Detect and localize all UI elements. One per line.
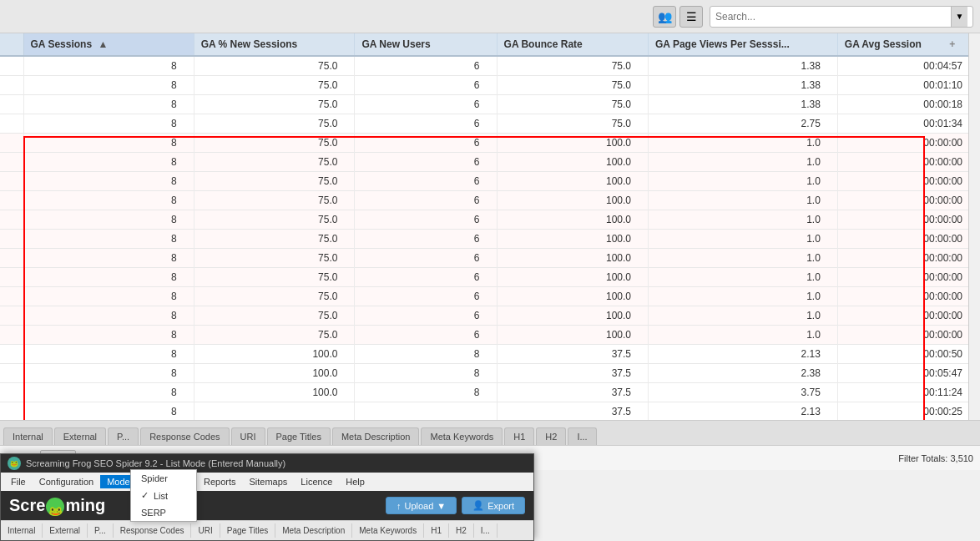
table-cell: 37.5	[497, 383, 648, 402]
table-cell	[0, 402, 23, 421]
sf-tab[interactable]: Meta Description	[275, 523, 352, 538]
table-container: GA Sessions ▲ GA % New Sessions GA New U…	[0, 33, 980, 420]
table-row: 875.0675.02.7500:01:34	[0, 114, 980, 134]
mode-dropdown-item-serp[interactable]: SERP	[131, 504, 196, 521]
col-row-indicator[interactable]	[0, 33, 23, 56]
table-cell: 1.0	[649, 287, 838, 306]
sf-menu-item-help[interactable]: Help	[339, 475, 371, 488]
list-icon-btn[interactable]: ☰	[679, 6, 703, 28]
bottom-tab[interactable]: I...	[568, 427, 596, 445]
table-cell: 100.0	[497, 172, 648, 191]
search-input[interactable]	[715, 11, 951, 23]
table-cell: 2.13	[649, 402, 838, 421]
sort-arrow-icon: ▲	[98, 38, 108, 50]
sf-menu-item-sitemaps[interactable]: Sitemaps	[242, 475, 294, 488]
sf-menu-item-reports[interactable]: Reports	[197, 475, 243, 488]
table-cell: 75.0	[194, 172, 355, 191]
col-ga-pageviews[interactable]: GA Page Views Per Sesssi...	[649, 33, 838, 56]
mode-dropdown-item-list[interactable]: List	[131, 487, 196, 504]
bottom-tab[interactable]: P...	[108, 427, 139, 445]
table-row: 875.06100.01.000:00:00	[0, 134, 980, 153]
col-ga-pct-new[interactable]: GA % New Sessions	[194, 33, 355, 56]
col-ga-avg[interactable]: GA Avg Session +	[837, 33, 979, 56]
col-ga-pageviews-label: GA Page Views Per Sesssi...	[655, 38, 790, 50]
table-row: 8100.0837.52.3800:05:47	[0, 364, 980, 383]
table-cell: 8	[23, 402, 194, 421]
bottom-tab[interactable]: H2	[536, 427, 566, 445]
bottom-tab[interactable]: Response Codes	[140, 427, 229, 445]
table-cell: 00:00:00	[837, 134, 979, 153]
table-cell: 8	[23, 191, 194, 210]
sf-menu-item-configuration[interactable]: Configuration	[33, 475, 100, 488]
table-row: 875.0675.01.3800:00:18	[0, 95, 980, 114]
mode-dropdown-item-spider[interactable]: Spider	[131, 470, 196, 487]
dropdown-arrow-icon: ▼	[956, 12, 964, 21]
col-ga-sessions[interactable]: GA Sessions ▲	[23, 33, 194, 56]
col-ga-bounce[interactable]: GA Bounce Rate	[497, 33, 648, 56]
sf-tab[interactable]: P...	[88, 523, 114, 538]
sf-tab[interactable]: Page Titles	[220, 523, 275, 538]
table-cell: 6	[355, 153, 497, 172]
table-cell: 8	[23, 134, 194, 153]
sf-menu-item-licence[interactable]: Licence	[294, 475, 339, 488]
plus-col-icon[interactable]: +	[949, 38, 955, 50]
table-cell	[0, 268, 23, 287]
sf-window: 🐸 Screaming Frog SEO Spider 9.2 - List M…	[0, 453, 534, 541]
table-cell: 2.13	[649, 345, 838, 364]
sf-titlebar: 🐸 Screaming Frog SEO Spider 9.2 - List M…	[1, 454, 533, 473]
table-cell: 8	[23, 95, 194, 114]
table-cell: 100.0	[497, 153, 648, 172]
table-cell: 1.0	[649, 191, 838, 210]
table-cell: 1.38	[649, 56, 838, 76]
table-cell: 6	[355, 306, 497, 326]
table-header-row: GA Sessions ▲ GA % New Sessions GA New U…	[0, 33, 980, 56]
table-cell: 8	[23, 153, 194, 172]
table-row: 8100.0837.53.7500:11:24	[0, 383, 980, 402]
list-icon: ☰	[686, 10, 697, 23]
vertical-scrollbar[interactable]	[968, 33, 980, 420]
table-cell: 6	[355, 268, 497, 287]
table-cell: 1.38	[649, 76, 838, 95]
col-ga-new-users[interactable]: GA New Users	[355, 33, 497, 56]
sf-tab[interactable]: H2	[449, 523, 474, 538]
sf-tab[interactable]: URI	[191, 523, 220, 538]
people-icon: 👥	[658, 10, 672, 23]
table-cell: 100.0	[194, 383, 355, 402]
bottom-tab[interactable]: URI	[231, 427, 265, 445]
sf-tab[interactable]: Internal	[1, 523, 43, 538]
search-dropdown-arrow[interactable]: ▼	[951, 7, 967, 27]
table-cell	[0, 230, 23, 249]
table-cell	[0, 364, 23, 383]
bottom-tab[interactable]: H1	[504, 427, 534, 445]
upload-label: Upload	[404, 501, 433, 511]
upload-button[interactable]: ↑ Upload ▼	[386, 497, 457, 514]
table-cell	[194, 402, 355, 421]
table-cell: 00:00:00	[837, 306, 979, 326]
table-cell: 1.0	[649, 326, 838, 345]
bottom-tab[interactable]: Meta Keywords	[421, 427, 503, 445]
sf-tab[interactable]: Meta Keywords	[352, 523, 424, 538]
sf-menu-item-file[interactable]: File	[4, 475, 33, 488]
bottom-tab[interactable]: Internal	[3, 427, 53, 445]
sf-tab[interactable]: H1	[424, 523, 449, 538]
sf-tab[interactable]: Response Codes	[114, 523, 192, 538]
table-row: 875.06100.01.000:00:00	[0, 249, 980, 268]
table-row: 875.06100.01.000:00:00	[0, 287, 980, 306]
bottom-tab[interactable]: Page Titles	[267, 427, 331, 445]
bottom-tab[interactable]: Meta Description	[332, 427, 420, 445]
top-toolbar: 👥 ☰ ▼	[0, 0, 980, 33]
table-cell	[0, 345, 23, 364]
table-cell: 6	[355, 249, 497, 268]
people-icon-btn[interactable]: 👥	[653, 6, 676, 28]
export-button[interactable]: 👤 Export	[462, 497, 525, 514]
app-container: 👥 ☰ ▼ GA Sessions ▲	[0, 0, 980, 541]
table-cell: 75.0	[194, 210, 355, 230]
table-cell: 75.0	[194, 95, 355, 114]
sf-tab[interactable]: External	[43, 523, 88, 538]
table-cell: 75.0	[497, 76, 648, 95]
bottom-tab[interactable]: External	[54, 427, 106, 445]
table-cell: 8	[23, 56, 194, 76]
sf-buttons: ↑ Upload ▼ 👤 Export	[386, 497, 525, 514]
table-row: 875.0675.01.3800:01:10	[0, 76, 980, 95]
sf-tab[interactable]: I...	[474, 523, 498, 538]
